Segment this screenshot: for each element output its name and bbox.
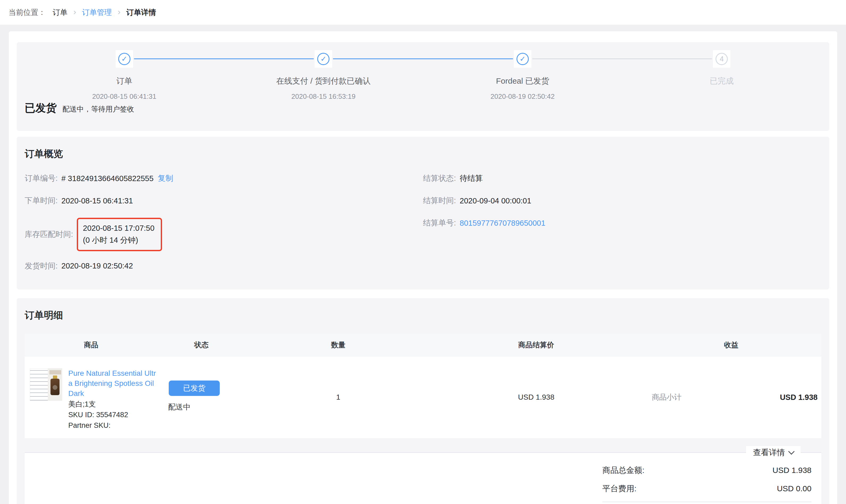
platform-fee-value: USD 0.00 [777, 484, 811, 493]
subtotal-label: 商品小计 [652, 392, 682, 402]
step-title: Fordeal 已发货 [496, 76, 549, 87]
created-time-label: 下单时间: [25, 195, 58, 206]
revenue-value: USD 1.938 [780, 393, 817, 402]
product-cell: Pure Natural Essential Ultra Brightening… [25, 356, 158, 438]
table-row: Pure Natural Essential Ultra Brightening… [25, 356, 821, 439]
ship-time-row: 发货时间: 2020-08-19 02:50:42 [25, 261, 423, 271]
copy-order-number-link[interactable]: 复制 [158, 173, 173, 184]
step-title: 在线支付 / 货到付款已确认 [276, 76, 371, 87]
totals-block: 商品总金额: USD 1.938 平台费用: USD 0.00 总收入: USD… [602, 465, 817, 504]
order-status-title: 已发货 [25, 101, 57, 115]
breadcrumb-item-order-management[interactable]: 订单管理 [82, 7, 112, 18]
settle-number-link[interactable]: 80159777670789650001 [460, 219, 546, 228]
breadcrumb-item-order-detail: 订单详情 [126, 7, 156, 18]
step-shipped: ✓ Fordeal 已发货 2020-08-19 02:50:42 [423, 50, 622, 100]
order-detail-card: ✓ 订单 2020-08-15 06:41:31 ✓ 在线支付 / 货到付款已确… [9, 31, 837, 504]
step-order-created: ✓ 订单 2020-08-15 06:41:31 [25, 50, 224, 100]
order-items-table: 商品 状态 数量 商品结算价 收益 [25, 334, 821, 439]
settle-status-label: 结算状态: [423, 173, 456, 184]
bottle-image [48, 368, 62, 400]
stock-match-duration: (0 小时 14 分钟) [83, 236, 138, 244]
check-circle-icon: ✓ [118, 53, 130, 65]
settle-time-value: 2020-09-04 00:00:01 [460, 197, 531, 205]
step-number-circle-icon: 4 [716, 53, 728, 65]
overview-right-column: 结算状态: 待结算 结算时间: 2020-09-04 00:00:01 结算单号… [423, 173, 821, 283]
product-partner-sku: Partner SKU: [68, 420, 158, 430]
progress-steps: ✓ 订单 2020-08-15 06:41:31 ✓ 在线支付 / 货到付款已确… [25, 42, 821, 100]
total-amount-value: USD 1.938 [772, 466, 811, 475]
step-payment-confirmed: ✓ 在线支付 / 货到付款已确认 2020-08-15 16:53:19 [224, 50, 423, 100]
stock-match-row: 库存匹配时间: 2020-08-15 17:07:50 (0 小时 14 分钟) [25, 218, 423, 251]
check-circle-icon: ✓ [516, 53, 529, 65]
settle-time-row: 结算时间: 2020-09-04 00:00:01 [423, 195, 821, 206]
revenue-cell: 商品小计 USD 1.938 [641, 356, 821, 438]
column-header-status: 状态 [158, 340, 245, 350]
platform-fee-row: 平台费用: USD 0.00 [602, 483, 811, 494]
order-overview-panel: 订单概览 订单编号: # 31824913664605822555 复制 下单时… [17, 137, 829, 289]
chevron-right-icon: › [73, 7, 76, 17]
product-sku-id: SKU ID: 35547482 [68, 410, 158, 420]
created-time-row: 下单时间: 2020-08-15 06:41:31 [25, 195, 423, 206]
step-time: 2020-08-15 16:53:19 [292, 92, 355, 101]
total-amount-label: 商品总金额: [602, 465, 644, 476]
column-header-settle-price: 商品结算价 [431, 340, 641, 350]
quantity-cell: 1 [245, 356, 431, 438]
settle-number-label: 结算单号: [423, 218, 456, 228]
grand-total-row: 总收入: USD 1.938 [602, 502, 811, 504]
status-badge: 已发货 [169, 380, 220, 396]
step-title: 订单 [117, 76, 132, 87]
platform-fee-label: 平台费用: [602, 483, 636, 494]
table-header-row: 商品 状态 数量 商品结算价 收益 [25, 334, 821, 356]
settle-status-row: 结算状态: 待结算 [423, 173, 821, 184]
step-time: 2020-08-19 02:50:42 [491, 92, 554, 101]
created-time-value: 2020-08-15 06:41:31 [61, 197, 133, 205]
overview-grid: 订单编号: # 31824913664605822555 复制 下单时间: 20… [25, 173, 821, 283]
detail-section-title: 订单明细 [25, 309, 821, 322]
column-header-quantity: 数量 [245, 340, 431, 350]
order-progress-panel: ✓ 订单 2020-08-15 06:41:31 ✓ 在线支付 / 货到付款已确… [17, 42, 829, 131]
order-number-row: 订单编号: # 31824913664605822555 复制 [25, 173, 423, 184]
order-status-line: 已发货 配送中，等待用户签收 [25, 101, 821, 115]
settle-price-cell: USD 1.938 [431, 356, 641, 438]
breadcrumb-location-label: 当前位置： [8, 7, 46, 18]
column-header-product: 商品 [25, 340, 158, 350]
settle-status-value: 待结算 [460, 173, 483, 184]
ship-time-value: 2020-08-19 02:50:42 [61, 262, 133, 270]
settle-number-row: 结算单号: 80159777670789650001 [423, 218, 821, 228]
check-circle-icon: ✓ [317, 53, 330, 65]
breadcrumb: 当前位置： 订单 › 订单管理 › 订单详情 [0, 0, 846, 25]
page-body: ✓ 订单 2020-08-15 06:41:31 ✓ 在线支付 / 货到付款已确… [0, 25, 846, 504]
view-details-button[interactable]: 查看详情 [746, 446, 800, 460]
stock-match-time: 2020-08-15 17:07:50 [83, 224, 154, 232]
view-details-label: 查看详情 [753, 447, 785, 458]
settle-time-label: 结算时间: [423, 195, 456, 206]
overview-section-title: 订单概览 [25, 147, 821, 160]
order-number-value: # 31824913664605822555 [61, 174, 154, 183]
status-cell: 已发货 配送中 [158, 356, 245, 438]
step-time: 2020-08-15 06:41:31 [92, 92, 156, 101]
order-number-label: 订单编号: [25, 173, 58, 184]
order-status-subtitle: 配送中，等待用户签收 [63, 104, 134, 114]
stock-match-highlight-box: 2020-08-15 17:07:50 (0 小时 14 分钟) [77, 218, 162, 251]
ship-time-label: 发货时间: [25, 261, 58, 271]
product-thumbnail[interactable] [30, 368, 62, 401]
stock-match-label: 库存匹配时间: [25, 229, 73, 240]
overview-left-column: 订单编号: # 31824913664605822555 复制 下单时间: 20… [25, 173, 423, 283]
column-header-revenue: 收益 [641, 340, 821, 350]
order-summary: 查看详情 商品总金额: USD 1.938 平台费用: USD 0.00 总收入… [25, 452, 821, 504]
step-title: 已完成 [710, 76, 734, 87]
product-variant: 美白;1支 [68, 399, 158, 409]
breadcrumb-item-orders[interactable]: 订单 [53, 7, 68, 18]
total-amount-row: 商品总金额: USD 1.938 [602, 465, 811, 476]
step-completed: 4 已完成 [622, 50, 822, 100]
product-name-link[interactable]: Pure Natural Essential Ultra Brightening… [68, 368, 158, 399]
delivery-sub-status: 配送中 [168, 402, 245, 412]
chevron-right-icon: › [118, 7, 121, 17]
order-detail-panel: 订单明细 商品 状态 数量 商品结算价 收益 [17, 298, 829, 504]
chevron-down-icon [788, 449, 794, 455]
